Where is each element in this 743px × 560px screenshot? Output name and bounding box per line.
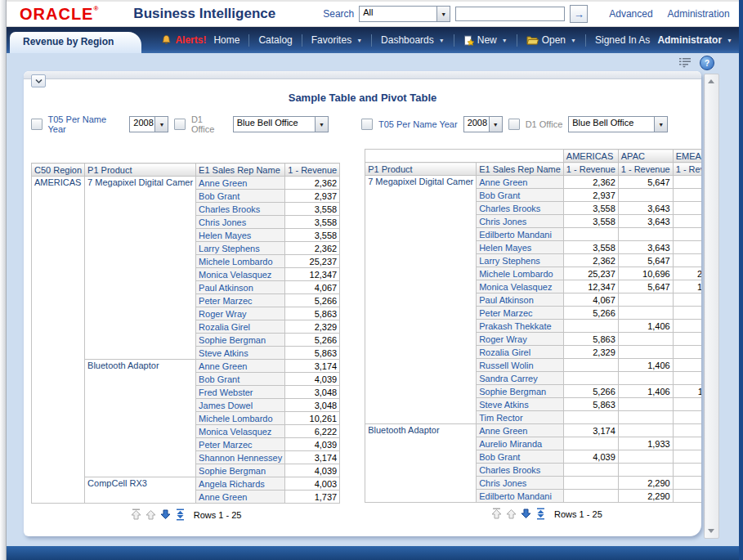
rep-cell[interactable]: Rozalia Girel <box>477 346 564 359</box>
rep-cell[interactable]: Michele Lombardo <box>196 255 285 268</box>
chevron-down-icon[interactable]: ▼ <box>654 117 667 132</box>
measure-header[interactable]: 1 - Revenue <box>563 163 618 176</box>
rep-cell[interactable]: Aurelio Miranda <box>477 437 564 450</box>
rep-cell[interactable]: Monica Velasquez <box>196 268 285 281</box>
scroll-up-icon[interactable] <box>708 79 714 83</box>
product-cell[interactable]: 7 Megapixel Digital Camer <box>85 177 196 360</box>
rep-cell[interactable]: Michele Lombardo <box>196 412 285 425</box>
pager-next-icon[interactable] <box>520 508 532 520</box>
tab-revenue-by-region[interactable]: Revenue by Region <box>10 32 141 53</box>
pager-all-rows-icon[interactable] <box>535 508 547 520</box>
rep-cell[interactable]: Bob Grant <box>477 189 564 202</box>
rep-cell[interactable]: Bob Grant <box>196 190 285 203</box>
alerts-link[interactable]: Alerts! <box>161 34 206 46</box>
rep-cell[interactable]: Michele Lombardo <box>477 267 564 280</box>
office-filter-checkbox[interactable] <box>508 119 520 130</box>
pager-next-icon[interactable] <box>159 508 172 521</box>
rep-cell[interactable]: Edilberto Mandani <box>477 490 564 503</box>
rep-cell[interactable]: Sophie Bergman <box>196 334 285 347</box>
rep-cell[interactable]: Edilberto Mandani <box>477 228 564 241</box>
rep-cell[interactable]: Charles Brooks <box>196 203 285 216</box>
rep-cell[interactable]: Rozalia Girel <box>196 320 285 334</box>
chevron-down-icon[interactable]: ▼ <box>436 7 450 21</box>
column-header[interactable]: C50 Region <box>32 164 85 177</box>
column-header[interactable]: P1 Product <box>85 164 196 177</box>
chevron-down-icon[interactable]: ▼ <box>154 117 168 132</box>
region-column-header[interactable]: AMERICAS <box>563 150 618 163</box>
year-filter-select[interactable]: 2008 ▼ <box>463 116 503 132</box>
rep-cell[interactable]: Roger Wray <box>196 307 285 320</box>
rep-cell[interactable]: Peter Marzec <box>196 438 285 451</box>
measure-header[interactable]: 1 - Revenue <box>673 163 701 176</box>
region-column-header[interactable]: APAC <box>618 150 673 163</box>
rep-cell[interactable]: Anne Green <box>477 176 564 189</box>
administration-link[interactable]: Administration <box>668 8 730 20</box>
year-filter-label[interactable]: T05 Per Name Year <box>48 114 124 134</box>
open-menu[interactable]: Open▼ <box>526 34 576 46</box>
favorites-menu[interactable]: Favorites▼ <box>311 34 362 46</box>
region-column-header[interactable]: EMEA <box>673 150 701 163</box>
product-cell[interactable]: CompCell RX3 <box>85 477 196 504</box>
user-menu[interactable]: Administrator▼ <box>657 34 732 46</box>
rep-cell[interactable]: Chris Jones <box>477 215 564 228</box>
rep-cell[interactable]: Monica Velasquez <box>196 425 285 438</box>
catalog-link[interactable]: Catalog <box>258 34 292 46</box>
rep-cell[interactable]: Charles Brooks <box>477 464 564 477</box>
rep-cell[interactable]: Chris Jones <box>477 477 564 490</box>
help-icon[interactable]: ? <box>700 56 714 70</box>
pager-prev-icon[interactable] <box>145 508 157 521</box>
rep-cell[interactable]: Peter Marzec <box>196 294 285 307</box>
rep-cell[interactable]: Helen Mayes <box>196 229 285 242</box>
rep-cell[interactable]: Anne Green <box>477 424 564 437</box>
rep-cell[interactable]: Chris Jones <box>196 216 285 229</box>
year-filter-label[interactable]: T05 Per Name Year <box>378 119 458 129</box>
column-header[interactable]: P1 Product <box>365 163 477 176</box>
rep-cell[interactable]: Steve Atkins <box>196 347 285 360</box>
chevron-down-icon[interactable]: ▼ <box>489 117 502 132</box>
region-cell[interactable]: AMERICAS <box>32 177 85 504</box>
year-filter-checkbox[interactable] <box>361 119 373 130</box>
office-filter-select[interactable]: Blue Bell Office ▼ <box>568 116 668 132</box>
dashboards-menu[interactable]: Dashboards▼ <box>381 34 445 46</box>
product-cell[interactable]: 7 Megapixel Digital Camer <box>365 176 477 424</box>
collapse-section-button[interactable] <box>31 74 46 87</box>
vertical-scrollbar[interactable] <box>704 74 719 539</box>
rep-cell[interactable]: Shannon Hennessey <box>196 451 285 464</box>
rep-cell[interactable]: Anne Green <box>196 177 285 190</box>
rep-cell[interactable]: Russell Wolin <box>477 359 564 372</box>
year-filter-select[interactable]: 2008 ▼ <box>129 116 168 132</box>
rep-cell[interactable]: Larry Stephens <box>477 254 564 267</box>
column-header[interactable]: 1 - Revenue <box>285 164 340 177</box>
rep-cell[interactable]: Charles Brooks <box>477 202 564 215</box>
search-scope-select[interactable]: All ▼ <box>359 6 450 22</box>
rep-cell[interactable]: Anne Green <box>196 491 285 504</box>
measure-header[interactable]: 1 - Revenue <box>618 163 673 176</box>
chevron-down-icon[interactable]: ▼ <box>315 117 328 132</box>
home-link[interactable]: Home <box>213 34 239 46</box>
column-header[interactable]: E1 Sales Rep Name <box>196 164 285 177</box>
rep-cell[interactable]: Fred Webster <box>196 386 285 399</box>
year-filter-checkbox[interactable] <box>31 119 43 130</box>
rep-cell[interactable]: Helen Mayes <box>477 241 564 254</box>
page-options-icon[interactable] <box>678 56 692 69</box>
rep-cell[interactable]: Larry Stephens <box>196 242 285 255</box>
column-header[interactable]: E1 Sales Rep Name <box>477 163 564 176</box>
rep-cell[interactable]: Steve Atkins <box>477 398 564 411</box>
pager-all-rows-icon[interactable] <box>174 508 186 521</box>
search-go-button[interactable]: → <box>570 5 588 23</box>
advanced-link[interactable]: Advanced <box>609 8 652 20</box>
rep-cell[interactable]: Sophie Bergman <box>196 464 285 477</box>
scroll-down-icon[interactable] <box>708 529 714 533</box>
collapse-splitter-bar[interactable] <box>24 71 701 79</box>
rep-cell[interactable]: Bob Grant <box>196 373 285 386</box>
new-menu[interactable]: New▼ <box>463 34 508 46</box>
rep-cell[interactable]: Paul Atkinson <box>196 281 285 294</box>
pager-first-icon[interactable] <box>490 508 503 520</box>
rep-cell[interactable]: Prakash Thekkate <box>477 320 564 333</box>
rep-cell[interactable]: Angela Richards <box>196 477 285 491</box>
rep-cell[interactable]: Sophie Bergman <box>477 385 564 398</box>
rep-cell[interactable]: Anne Green <box>196 360 285 373</box>
search-input[interactable] <box>455 7 565 21</box>
rep-cell[interactable]: Roger Wray <box>477 333 564 346</box>
rep-cell[interactable]: Monica Velasquez <box>477 280 564 293</box>
